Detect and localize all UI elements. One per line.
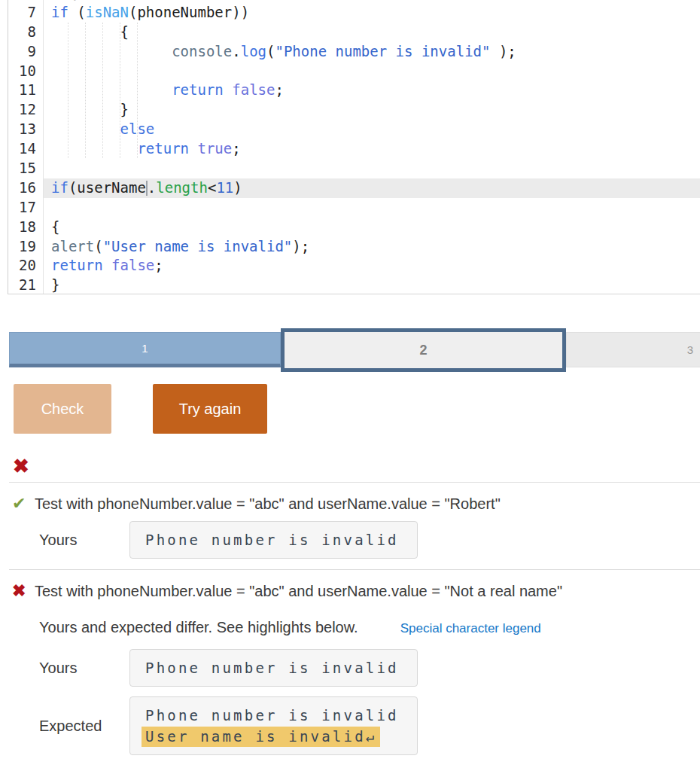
code-line[interactable]: 10 [8, 62, 700, 81]
differ-message: Yours and expected differ. See highlight… [39, 619, 358, 636]
code-line[interactable]: 11 return false; [8, 81, 700, 100]
yours-label: Yours [39, 532, 129, 549]
code-line[interactable]: 18{ [8, 218, 700, 237]
expected-label: Expected [39, 718, 129, 735]
try-again-button[interactable]: Try again [153, 384, 267, 434]
code-line[interactable]: 7if (isNaN(phoneNumber)) [8, 3, 700, 23]
line-number: 19 [8, 237, 44, 257]
check-button[interactable]: Check [14, 384, 111, 434]
yours-label: Yours [39, 660, 129, 677]
overall-fail-icon: ✖ [13, 456, 700, 476]
code-line[interactable]: 14 return true; [8, 139, 700, 159]
exercise-page: 6 {7if (isNaN(phoneNumber))8 {9 console.… [0, 0, 700, 771]
line-number: 12 [8, 100, 44, 120]
line-number: 8 [8, 23, 44, 42]
indent-guide [68, 23, 68, 158]
line-number: 17 [8, 198, 44, 218]
line-number: 13 [8, 120, 44, 139]
yours-output-box: Phone number is invalid [129, 649, 418, 687]
divider [9, 569, 700, 570]
indent-guide [120, 23, 120, 158]
expected-output-row: Expected Phone number is invalidUser nam… [39, 696, 700, 755]
expected-output-box: Phone number is invalidUser name is inva… [129, 696, 418, 755]
line-number: 9 [8, 42, 44, 62]
indent-guide [102, 23, 103, 158]
code-line[interactable]: 21} [8, 276, 700, 294]
page-tab-3-label: 3 [687, 343, 693, 356]
line-number: 14 [8, 139, 44, 159]
special-character-legend-link[interactable]: Special character legend [400, 621, 541, 636]
page-tab-2[interactable]: 2 [281, 328, 566, 372]
line-number: 18 [8, 218, 44, 237]
divider [9, 482, 700, 483]
test-result-row: ✔ Test with phoneNumber.value = "abc" an… [12, 494, 700, 513]
code-line[interactable]: 20return false; [8, 256, 700, 276]
page-tab-2-label: 2 [419, 343, 427, 358]
yours-output-box: Phone number is invalid [129, 521, 418, 559]
code-line[interactable]: 15 [8, 159, 700, 178]
code-line[interactable]: 8 { [8, 23, 700, 42]
test-pass-icon: ✔ [12, 494, 35, 513]
test-description: Test with phoneNumber.value = "abc" and … [35, 581, 562, 601]
yours-output-row: Yours Phone number is invalid [39, 649, 700, 687]
pagination: 1 2 3 [9, 328, 700, 372]
test-fail-icon: ✖ [12, 581, 35, 601]
action-buttons: Check Try again [14, 384, 700, 434]
yours-output-text: Phone number is invalid [145, 660, 399, 676]
code-line[interactable]: 12 } [8, 100, 700, 120]
code-line[interactable]: 17 [8, 198, 700, 218]
differ-message-row: Yours and expected differ. See highlight… [39, 619, 700, 636]
code-line[interactable]: 9 console.log("Phone number is invalid" … [8, 42, 700, 62]
editor-lines: 6 {7if (isNaN(phoneNumber))8 {9 console.… [8, 0, 700, 294]
line-number: 7 [8, 3, 44, 23]
yours-output-row: Yours Phone number is invalid [39, 521, 700, 559]
diff-highlight: User name is invalid↵ [142, 727, 380, 747]
line-number: 10 [8, 62, 44, 81]
test-result-row: ✖ Test with phoneNumber.value = "abc" an… [12, 581, 700, 601]
line-number: 21 [8, 276, 44, 294]
line-number: 20 [8, 256, 44, 276]
line-number: 15 [8, 159, 44, 178]
line-number: 11 [8, 81, 44, 100]
page-tab-1[interactable]: 1 [9, 332, 281, 367]
indent-guide [85, 23, 86, 158]
code-line[interactable]: 16if(userName.length<11) [8, 178, 700, 198]
page-tab-1-label: 1 [142, 342, 148, 355]
code-line[interactable]: 19alert("User name is invalid"); [8, 237, 700, 257]
page-tab-3[interactable]: 3 [566, 332, 700, 367]
line-number: 16 [8, 178, 44, 198]
expected-output-text: Phone number is invalid [145, 707, 399, 724]
yours-output-text: Phone number is invalid [145, 532, 399, 548]
indent-guide [137, 23, 138, 158]
code-line[interactable]: 13 else [8, 120, 700, 139]
test-description: Test with phoneNumber.value = "abc" and … [35, 494, 501, 513]
code-editor[interactable]: 6 {7if (isNaN(phoneNumber))8 {9 console.… [8, 0, 700, 294]
